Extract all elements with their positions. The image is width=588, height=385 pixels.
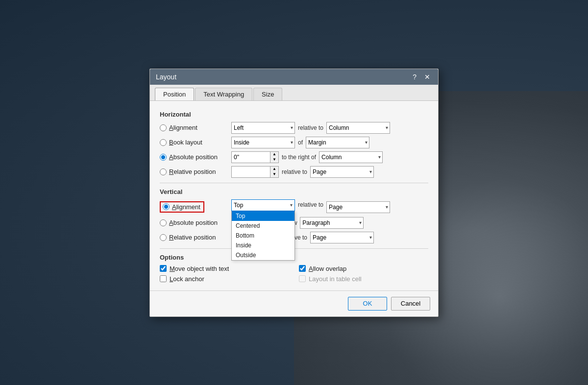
v-absolute-relative-dropdown[interactable]: ParagraphLineMarginPage	[300, 217, 364, 229]
v-absolute-relative-dropdown-wrapper: ParagraphLineMarginPage	[300, 217, 364, 229]
v-absolute-radio[interactable]	[160, 219, 167, 226]
move-object-checkbox[interactable]	[160, 265, 167, 272]
h-relative-spin-btns: ▲ ▼	[270, 166, 279, 178]
h-alignment-relative-dropdown[interactable]: ColumnMarginPageCharacter	[326, 122, 390, 134]
h-absolute-label[interactable]: Absolute position	[169, 153, 218, 161]
h-book-of-label: of	[298, 139, 303, 146]
h-book-relative-dropdown[interactable]: MarginPage	[306, 137, 369, 148]
v-alignment-relative-dropdown[interactable]: PageMarginTop MarginBottom Margin	[326, 201, 390, 213]
vertical-section-label: Vertical	[160, 188, 428, 195]
h-absolute-spin-up[interactable]: ▲	[270, 152, 278, 157]
v-alignment-row: Alignment Top ▾ Top Centered Bottom Insi…	[160, 199, 428, 213]
v-alignment-dropdown-btn[interactable]: Top ▾	[231, 199, 295, 211]
h-book-dropdown[interactable]: InsideOutside	[231, 137, 295, 148]
dropdown-item-inside[interactable]: Inside	[232, 241, 294, 250]
v-relative-radio-group: Relative position	[160, 234, 228, 241]
v-alignment-dropdown-container: Top ▾ Top Centered Bottom Inside Outside	[231, 199, 295, 211]
h-relative-spin-input[interactable]	[231, 166, 270, 178]
layout-dialog: Layout ? ✕ Position Text Wrapping Size H…	[149, 69, 439, 317]
layout-table-label: Layout in table cell	[309, 275, 362, 283]
h-absolute-spin-input[interactable]	[231, 151, 270, 163]
h-absolute-spin-down[interactable]: ▼	[270, 157, 278, 163]
ok-button[interactable]: OK	[348, 297, 387, 311]
v-relative-relative-dropdown[interactable]: PageMargin	[310, 232, 374, 243]
h-alignment-relative-label: relative to	[298, 124, 323, 131]
h-relative-relative-dropdown-wrapper: PageMargin	[310, 166, 374, 178]
tab-position[interactable]: Position	[155, 88, 194, 100]
h-absolute-radio[interactable]	[160, 154, 167, 161]
h-absolute-relative-dropdown-wrapper: ColumnMarginPageCharacter	[319, 151, 383, 163]
v-absolute-label[interactable]: Absolute position	[169, 219, 218, 226]
h-book-dropdown-wrapper: InsideOutside	[231, 137, 295, 148]
v-alignment-dropdown-list: Top Centered Bottom Inside Outside	[231, 211, 295, 261]
dropdown-item-outside[interactable]: Outside	[232, 250, 294, 260]
section-divider	[160, 183, 428, 183]
v-relative-radio[interactable]	[160, 234, 167, 241]
dropdown-item-top[interactable]: Top	[232, 211, 294, 221]
dropdown-item-bottom[interactable]: Bottom	[232, 231, 294, 241]
layout-table-checkbox[interactable]	[299, 275, 306, 282]
tab-content: Horizontal Alignment LeftCenterRightInsi…	[150, 101, 438, 290]
dropdown-item-centered[interactable]: Centered	[232, 221, 294, 231]
h-relative-radio[interactable]	[160, 168, 167, 175]
h-relative-relative-dropdown[interactable]: PageMargin	[310, 166, 374, 178]
h-alignment-radio-group: Alignment	[160, 124, 228, 131]
h-absolute-right-of-label: to the right of	[282, 154, 316, 161]
v-alignment-dropdown-arrow: ▾	[290, 202, 293, 208]
v-alignment-label[interactable]: Alignment	[172, 203, 200, 211]
close-button[interactable]: ✕	[422, 73, 432, 80]
lock-anchor-checkbox[interactable]	[160, 275, 167, 282]
cancel-button[interactable]: Cancel	[391, 297, 430, 311]
h-relative-spin-up[interactable]: ▲	[270, 167, 278, 172]
h-absolute-spin-btns: ▲ ▼	[270, 151, 279, 163]
h-book-radio[interactable]	[160, 139, 167, 146]
lock-anchor-row: Lock anchor	[160, 275, 289, 283]
h-book-row: Book layout InsideOutside of MarginPage	[160, 137, 428, 148]
h-absolute-spin-wrapper: ▲ ▼	[231, 151, 279, 163]
h-alignment-dropdown[interactable]: LeftCenterRightInsideOutside	[231, 122, 295, 134]
allow-overlap-row: Allow overlap	[299, 265, 428, 272]
v-alignment-radio-group: Alignment	[160, 201, 228, 213]
h-alignment-label[interactable]: Alignment	[169, 124, 197, 131]
h-relative-spin-wrapper: ▲ ▼	[231, 166, 279, 178]
h-book-radio-group: Book layout	[160, 139, 228, 146]
h-alignment-radio[interactable]	[160, 124, 167, 131]
h-relative-radio-group: Relative position	[160, 168, 228, 175]
h-absolute-row: Absolute position ▲ ▼ to the right of Co…	[160, 151, 428, 163]
layout-in-table-row: Layout in table cell	[299, 275, 428, 283]
help-button[interactable]: ?	[411, 73, 418, 80]
h-relative-label[interactable]: Relative position	[169, 168, 216, 175]
dialog-titlebar: Layout ? ✕	[150, 69, 438, 85]
v-alignment-dropdown-value: Top	[234, 202, 243, 209]
v-alignment-highlighted-box: Alignment	[160, 201, 204, 213]
move-object-row: Move object with text	[160, 265, 289, 272]
v-relative-relative-dropdown-wrapper: PageMargin	[310, 232, 374, 243]
tab-bar: Position Text Wrapping Size	[150, 85, 438, 101]
allow-overlap-label[interactable]: Allow overlap	[309, 265, 346, 272]
options-grid: Move object with text Allow overlap Lock…	[160, 265, 428, 283]
dialog-footer: OK Cancel	[150, 290, 438, 316]
v-absolute-radio-group: Absolute position	[160, 219, 228, 226]
tab-text-wrapping[interactable]: Text Wrapping	[195, 88, 252, 100]
dialog-title: Layout	[156, 73, 176, 81]
h-absolute-relative-dropdown[interactable]: ColumnMarginPageCharacter	[319, 151, 383, 163]
move-object-label[interactable]: Move object with text	[170, 265, 229, 272]
tab-size[interactable]: Size	[253, 88, 282, 100]
allow-overlap-checkbox[interactable]	[299, 265, 306, 272]
horizontal-section-label: Horizontal	[160, 111, 428, 118]
dialog-overlay: Layout ? ✕ Position Text Wrapping Size H…	[149, 69, 439, 317]
v-alignment-radio[interactable]	[163, 203, 170, 210]
h-absolute-radio-group: Absolute position	[160, 153, 228, 161]
lock-anchor-label[interactable]: Lock anchor	[170, 275, 204, 283]
h-book-relative-dropdown-wrapper: MarginPage	[306, 137, 369, 148]
titlebar-controls: ? ✕	[411, 73, 432, 80]
h-relative-relative-label: relative to	[282, 168, 307, 175]
h-book-label[interactable]: Book layout	[169, 139, 202, 146]
h-alignment-row: Alignment LeftCenterRightInsideOutside r…	[160, 122, 428, 134]
h-relative-row: Relative position ▲ ▼ relative to PageMa…	[160, 166, 428, 178]
h-relative-spin-down[interactable]: ▼	[270, 172, 278, 177]
h-alignment-relative-dropdown-wrapper: ColumnMarginPageCharacter	[326, 122, 390, 134]
v-relative-label[interactable]: Relative position	[169, 234, 216, 241]
v-alignment-relative-label: relative to	[298, 201, 323, 208]
v-alignment-relative-dropdown-wrapper: PageMarginTop MarginBottom Margin	[326, 201, 390, 213]
